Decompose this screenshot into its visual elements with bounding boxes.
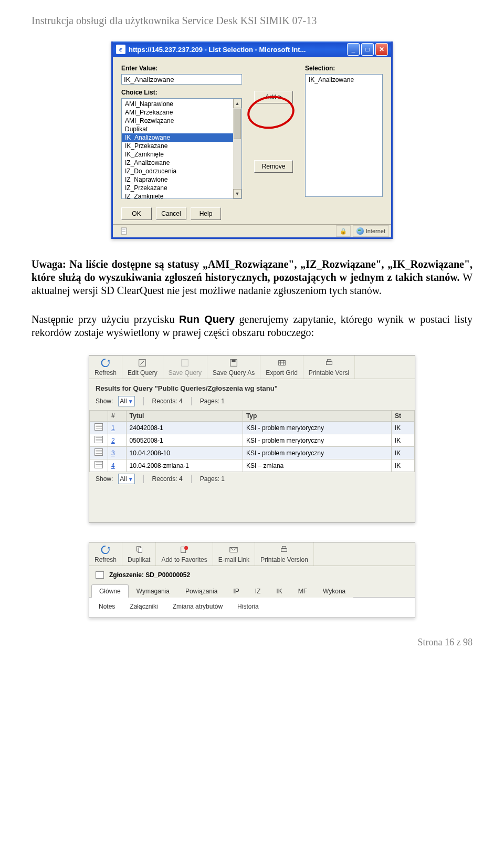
scroll-thumb[interactable] [234, 109, 241, 139]
col-num[interactable]: # [108, 411, 127, 422]
tab-historia[interactable]: Historia [230, 601, 266, 612]
tab-zalaczniki[interactable]: Załączniki [122, 601, 165, 612]
enter-value-input[interactable] [121, 74, 242, 85]
favorite-icon [179, 545, 190, 555]
tab-glowne[interactable]: Główne [91, 584, 129, 598]
help-button[interactable]: Help [191, 207, 221, 220]
minimize-button[interactable]: _ [347, 43, 360, 56]
record-detail-panel: Refresh Duplikat Add to Favorites E-mail… [89, 542, 415, 618]
list-item[interactable]: IK_Analizowane [122, 133, 242, 142]
list-item[interactable]: Duplikat [122, 125, 242, 133]
printable-version-button[interactable]: Printable Version [255, 542, 314, 566]
results-toolbar: Refresh Edit Query Save Query Save Query… [89, 355, 415, 379]
refresh-button[interactable]: Refresh [89, 355, 122, 379]
tab-wykona[interactable]: Wykona [315, 584, 353, 598]
pages-count: Pages: 1 [200, 475, 225, 483]
refresh-button[interactable]: Refresh [89, 542, 122, 566]
records-count: Records: 4 [152, 398, 183, 405]
show-select[interactable]: All▼ [118, 396, 134, 406]
chevron-down-icon: ▼ [128, 399, 133, 404]
list-item[interactable]: AMI_Naprawione [122, 100, 242, 108]
list-item[interactable]: IZ_Do_odrzucenia [122, 167, 242, 175]
svg-rect-11 [138, 548, 142, 552]
add-favorites-button[interactable]: Add to Favorites [156, 542, 213, 566]
edit-query-button[interactable]: Edit Query [122, 355, 163, 379]
tab-ik[interactable]: IK [268, 584, 290, 598]
svg-rect-2 [122, 231, 125, 232]
col-status[interactable]: St [392, 411, 415, 422]
table-row[interactable]: 3 10.04.2008-10 KSI - problem merytorycz… [90, 447, 415, 459]
status-doc-icon [117, 226, 131, 236]
tab-ip[interactable]: IP [225, 584, 247, 598]
tab-notes[interactable]: Notes [91, 601, 122, 612]
close-button[interactable]: ✕ [375, 43, 388, 56]
tab-zmiana-atrybutow[interactable]: Zmiana atrybutów [165, 601, 230, 612]
choice-list[interactable]: AMI_Naprawione AMI_Przekazane AMI_Rozwią… [121, 98, 242, 199]
table-row[interactable]: 4 10.04.2008-zmiana-1 KSI – zmiana IK [90, 459, 415, 472]
record-id: Zgłoszenie: SD_P00000052 [109, 571, 190, 579]
pages-count: Pages: 1 [200, 398, 225, 405]
svg-point-13 [184, 546, 188, 550]
add-button[interactable]: Add > [254, 91, 293, 103]
selection-list[interactable]: IK_Analizowane [305, 74, 383, 197]
choice-list-label: Choice List: [121, 89, 242, 96]
col-typ[interactable]: Typ [243, 411, 391, 422]
show-select[interactable]: All▼ [118, 474, 134, 484]
record-icon [96, 571, 104, 579]
selection-label: Selection: [305, 65, 383, 72]
ok-button[interactable]: OK [121, 207, 152, 220]
save-as-icon [228, 358, 239, 368]
list-item[interactable]: IK_Przekazane [122, 142, 242, 150]
export-grid-button[interactable]: Export Grid [260, 355, 303, 379]
list-item[interactable]: AMI_Rozwiązane [122, 117, 242, 125]
scroll-down-icon[interactable]: ▼ [233, 189, 242, 198]
list-item[interactable]: IZ_Analizowane [122, 159, 242, 167]
tab-powiazania[interactable]: Powiązania [177, 584, 225, 598]
status-zone: Internet [366, 228, 385, 234]
scrollbar[interactable]: ▲ ▼ [233, 99, 242, 198]
list-item[interactable]: IZ_Zamknięte [122, 192, 242, 199]
svg-rect-8 [326, 361, 332, 364]
paragraph-note: Uwaga: Na liście dostępne są statusy „AM… [32, 258, 472, 297]
cancel-button[interactable]: Cancel [156, 207, 186, 220]
tab-iz[interactable]: IZ [247, 584, 269, 598]
page-header: Instrukcja obsługi dla użytkownika Servi… [32, 15, 472, 27]
maximize-button[interactable]: □ [361, 43, 374, 56]
records-count: Records: 4 [152, 475, 183, 483]
table-row[interactable]: 2 05052008-1 KSI - problem merytoryczny … [90, 434, 415, 447]
window-title: https://145.237.237.209 - List Selection… [129, 46, 306, 54]
detail-tabs-row1: Główne Wymagania Powiązania IP IZ IK MF … [89, 584, 415, 598]
list-item[interactable]: AMI_Przekazane [122, 108, 242, 117]
list-item[interactable]: IZ_Przekazane [122, 184, 242, 192]
remove-button[interactable]: Remove [254, 160, 293, 173]
chevron-down-icon: ▼ [128, 476, 133, 482]
save-query-as-button[interactable]: Save Query As [207, 355, 260, 379]
copy-icon [134, 545, 144, 555]
table-row[interactable]: 1 24042008-1 KSI - problem merytoryczny … [90, 422, 415, 434]
record-icon [94, 448, 103, 456]
scroll-up-icon[interactable]: ▲ [233, 99, 242, 108]
page-number: Strona 16 z 98 [32, 637, 472, 648]
list-item[interactable]: IK_Zamknięte [122, 150, 242, 159]
email-link-button[interactable]: E-mail Link [213, 542, 255, 566]
results-heading: Results for Query "Public Queries/Zgłosz… [89, 379, 415, 394]
window-titlebar: e https://145.237.237.209 - List Selecti… [113, 41, 391, 57]
detail-toolbar: Refresh Duplikat Add to Favorites E-mail… [89, 542, 415, 566]
list-item[interactable]: IZ_Naprawione [122, 175, 242, 184]
col-tytul[interactable]: Tytul [126, 411, 243, 422]
export-icon [277, 358, 287, 368]
svg-rect-1 [122, 229, 125, 230]
print-icon [279, 545, 289, 555]
duplikat-button[interactable]: Duplikat [122, 542, 156, 566]
print-icon [324, 358, 334, 368]
list-item[interactable]: IK_Analizowane [306, 76, 382, 84]
svg-rect-4 [182, 360, 188, 367]
note-bold: Uwaga: Na liście dostępne są statusy „AM… [32, 258, 472, 283]
printable-version-button[interactable]: Printable Versi [303, 355, 355, 379]
query-results-panel: Refresh Edit Query Save Query Save Query… [89, 355, 415, 523]
globe-icon [356, 227, 364, 235]
save-query-button: Save Query [163, 355, 207, 379]
tab-mf[interactable]: MF [290, 584, 315, 598]
tab-wymagania[interactable]: Wymagania [129, 584, 177, 598]
refresh-icon [100, 358, 111, 368]
